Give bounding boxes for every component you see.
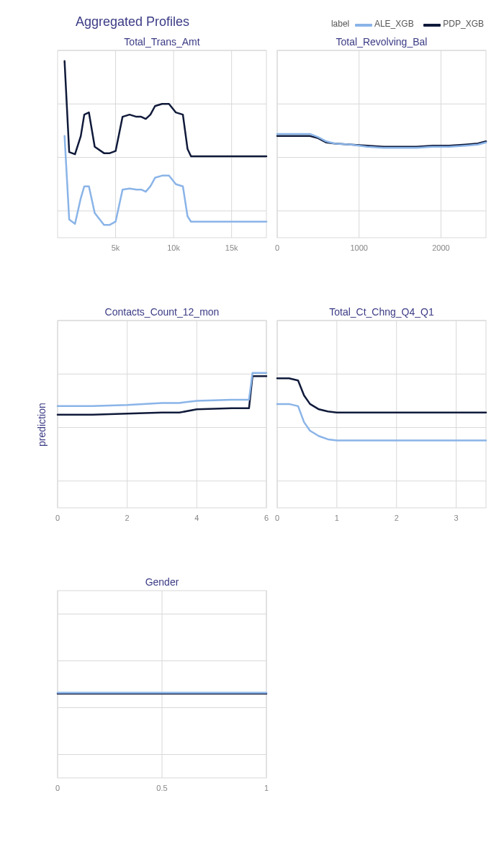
- svg-text:15k: 15k: [225, 243, 238, 252]
- legend-swatch: [423, 24, 441, 27]
- svg-text:0.5: 0.5: [156, 784, 167, 792]
- series-line: [58, 376, 266, 414]
- svg-text:3: 3: [454, 514, 459, 522]
- svg-text:4: 4: [194, 514, 199, 522]
- svg-text:0: 0: [55, 514, 60, 522]
- svg-text:1000: 1000: [350, 243, 367, 252]
- svg-text:6: 6: [264, 514, 269, 522]
- svg-text:1: 1: [335, 514, 339, 522]
- series-line: [65, 61, 266, 156]
- svg-text:1: 1: [264, 784, 269, 792]
- legend-item-label: PDP_XGB: [441, 19, 484, 29]
- chart-panel: 5k10k15k−0.500.51: [54, 47, 270, 285]
- chart-panel: 00.51−0.500.51: [54, 587, 270, 825]
- svg-text:0: 0: [55, 784, 60, 792]
- svg-rect-51: [277, 321, 486, 508]
- legend-label: label: [331, 19, 349, 29]
- svg-rect-22: [277, 50, 486, 238]
- figure: { "title": "Aggregated Profiles", "legen…: [0, 0, 504, 842]
- svg-text:0: 0: [275, 514, 279, 522]
- y-axis-label: prediction: [36, 403, 48, 447]
- legend: label ALE_XGB PDP_XGB: [331, 19, 491, 29]
- svg-text:0: 0: [275, 243, 279, 252]
- panel-title: Contacts_Count_12_mon: [54, 306, 270, 318]
- chart-panel: 0123: [274, 317, 490, 555]
- svg-rect-7: [58, 50, 266, 238]
- svg-text:5k: 5k: [112, 243, 120, 252]
- series-line: [65, 136, 266, 225]
- legend-swatch: [355, 24, 372, 27]
- panel-title: Total_Ct_Chng_Q4_Q1: [274, 306, 490, 318]
- chart-panel: 010002000: [274, 47, 490, 285]
- chart-panel: 0246−0.500.51: [54, 317, 270, 555]
- series-line: [58, 373, 266, 406]
- svg-text:2: 2: [125, 514, 130, 522]
- series-line: [277, 404, 486, 441]
- legend-item-label: ALE_XGB: [372, 19, 416, 29]
- svg-text:2: 2: [395, 514, 399, 522]
- svg-text:10k: 10k: [167, 243, 180, 252]
- panel-title: Gender: [54, 576, 270, 588]
- panel-title: Total_Trans_Amt: [54, 36, 270, 48]
- series-line: [277, 136, 486, 147]
- main-title: Aggregated Profiles: [76, 14, 189, 30]
- panel-title: Total_Revolving_Bal: [274, 36, 490, 48]
- series-line: [277, 378, 486, 413]
- svg-text:2000: 2000: [432, 243, 449, 252]
